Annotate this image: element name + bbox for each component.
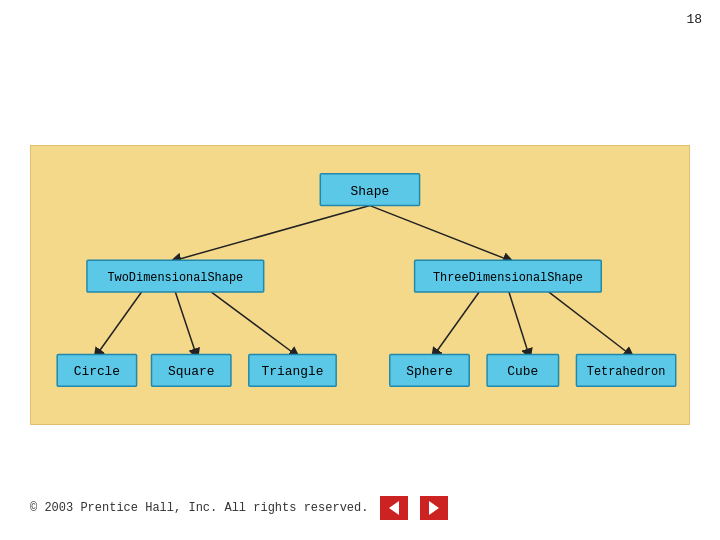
svg-text:Square: Square [168,364,214,379]
diagram-area: Shape TwoDimensionalShape ThreeDimension… [30,145,690,425]
svg-line-1 [370,206,509,261]
svg-line-7 [549,292,630,355]
svg-line-2 [97,292,142,355]
svg-text:Triangle: Triangle [262,364,324,379]
svg-text:Circle: Circle [74,364,120,379]
page-number: 18 [686,12,702,27]
svg-line-4 [211,292,295,355]
svg-line-5 [434,292,479,355]
svg-text:Tetrahedron: Tetrahedron [587,365,666,379]
svg-text:Sphere: Sphere [406,364,452,379]
svg-text:Shape: Shape [351,184,390,199]
footer: © 2003 Prentice Hall, Inc. All rights re… [30,496,448,520]
svg-text:ThreeDimensionalShape: ThreeDimensionalShape [433,271,583,285]
svg-text:Cube: Cube [507,364,538,379]
prev-button[interactable] [380,496,408,520]
svg-line-0 [175,206,370,261]
copyright-text: © 2003 Prentice Hall, Inc. All rights re… [30,501,368,515]
svg-text:TwoDimensionalShape: TwoDimensionalShape [107,271,243,285]
diagram-svg: Shape TwoDimensionalShape ThreeDimension… [31,146,689,424]
svg-line-6 [509,292,529,355]
next-button[interactable] [420,496,448,520]
svg-line-3 [175,292,196,355]
